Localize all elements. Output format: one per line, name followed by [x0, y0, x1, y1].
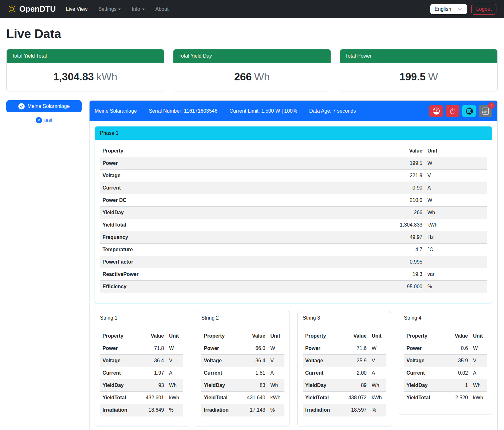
col-unit: Unit — [166, 330, 183, 342]
string-3-card: String 3 Property Value Unit Power71.6WV… — [297, 311, 391, 427]
table-row: Power199.5W — [100, 157, 487, 170]
property-cell: YieldDay — [201, 379, 240, 392]
property-cell: Irradiation — [100, 404, 139, 416]
total-yield-total-card: Total Yield Total 1,304.83kWh — [6, 49, 164, 91]
property-cell: Current — [100, 367, 139, 379]
unit-cell: % — [369, 404, 386, 416]
table-row: YieldTotal1,304.833kWh — [100, 219, 487, 231]
unit-cell: A — [470, 367, 487, 379]
brand-link[interactable]: OpenDTU — [8, 4, 56, 14]
col-value: Value — [341, 330, 369, 342]
property-cell: YieldTotal — [100, 219, 387, 231]
table-row: YieldDay93Wh — [100, 379, 183, 392]
nav-live-view[interactable]: Live View — [66, 6, 87, 12]
inverter-select-button[interactable]: Meine Solaranlage — [6, 100, 82, 112]
property-cell: Current — [303, 367, 341, 379]
card-unit: kWh — [96, 71, 117, 83]
table-row: Temperature4.7°C — [100, 244, 487, 256]
value-cell: 36.4 — [139, 355, 166, 367]
inverter-actions: 2 — [429, 105, 492, 117]
table-row: Frequency49.97Hz — [100, 231, 487, 244]
sun-icon — [8, 5, 16, 13]
value-cell: 221.9 — [387, 170, 425, 182]
value-cell: 93 — [139, 379, 166, 392]
card-title: Total Yield Day — [173, 49, 331, 63]
nav-about[interactable]: About — [155, 6, 169, 12]
property-cell: YieldDay — [100, 379, 139, 392]
nav-info[interactable]: Info — [132, 6, 145, 12]
value-cell: 83 — [240, 379, 268, 392]
phase-table: Property Value Unit Power199.5WVoltage22… — [100, 145, 487, 293]
table-row: Voltage35.9V — [404, 355, 487, 367]
value-cell: 1,304.833 — [387, 219, 425, 231]
cpu-icon — [466, 108, 473, 115]
event-log-button[interactable]: 2 — [479, 105, 492, 117]
inverter-serial: Serial Number: 116171603546 — [149, 108, 217, 114]
table-row: YieldTotal432.601kWh — [100, 392, 183, 404]
value-cell: 71.8 — [139, 342, 166, 355]
property-cell: Voltage — [303, 355, 341, 367]
value-cell: 49.97 — [387, 231, 425, 244]
unit-cell: % — [166, 404, 183, 416]
inverter-sidebar: Meine Solaranlage test — [6, 100, 82, 123]
col-property: Property — [100, 330, 139, 342]
value-cell: 431.640 — [240, 392, 268, 404]
strings-row: String 1 Property Value Unit Power71.8WV… — [95, 311, 492, 427]
property-cell: YieldTotal — [100, 392, 139, 404]
inverter-data-age: Data Age: 7 seconds — [309, 108, 356, 114]
unit-cell: V — [425, 170, 487, 182]
inverter-test-link[interactable]: test — [36, 117, 53, 123]
nav-settings[interactable]: Settings — [98, 6, 121, 12]
property-cell: ReactivePower — [100, 268, 387, 281]
power-icon — [449, 108, 456, 115]
value-cell: 66.0 — [240, 342, 268, 355]
table-row: YieldTotal438.072kWh — [303, 392, 386, 404]
x-circle-icon — [36, 117, 42, 123]
col-value: Value — [240, 330, 268, 342]
value-cell: 18.649 — [139, 404, 166, 416]
unit-cell: kWh — [268, 392, 284, 404]
string-2-table: Property Value Unit Power66.0WVoltage36.… — [201, 330, 284, 416]
logout-button[interactable]: Logout — [471, 4, 496, 15]
table-row: Power0.6W — [404, 342, 487, 355]
unit-cell: V — [369, 355, 386, 367]
value-cell: 432.601 — [139, 392, 166, 404]
unit-cell: V — [166, 355, 183, 367]
value-cell: 0.02 — [443, 367, 470, 379]
col-unit: Unit — [425, 145, 487, 157]
string-title: String 1 — [95, 311, 188, 325]
table-row: Voltage36.4V — [100, 355, 183, 367]
string-1-card: String 1 Property Value Unit Power71.8WV… — [95, 311, 188, 427]
value-cell: 36.4 — [240, 355, 268, 367]
value-cell: 1.97 — [139, 367, 166, 379]
unit-cell: % — [425, 281, 487, 293]
main-content: Live Data Total Yield Total 1,304.83kWh … — [0, 18, 504, 430]
inverter-limit: Current Limit: 1,500 W | 100% — [229, 108, 297, 114]
power-button[interactable] — [446, 105, 459, 117]
unit-cell: °C — [425, 244, 487, 256]
unit-cell: W — [425, 194, 487, 207]
content-row: Meine Solaranlage test Meine Solaranlage… — [6, 100, 498, 430]
device-info-button[interactable] — [462, 105, 476, 117]
check-circle-icon — [18, 103, 25, 109]
phase-card: Phase 1 Property Value Unit Power199.5WV… — [95, 126, 492, 303]
table-header-row: Property Value Unit — [100, 145, 487, 157]
journal-text-icon — [482, 108, 489, 115]
unit-cell: V — [268, 355, 284, 367]
language-select[interactable]: English — [430, 4, 467, 14]
table-row: Irradiation17.143% — [201, 404, 284, 416]
value-cell: 95.000 — [387, 281, 425, 293]
value-cell: 0.995 — [387, 256, 425, 268]
property-cell: Power — [201, 342, 240, 355]
property-cell: Frequency — [100, 231, 387, 244]
col-unit: Unit — [470, 330, 487, 342]
value-cell: 1.81 — [240, 367, 268, 379]
limit-settings-button[interactable] — [429, 105, 443, 117]
table-row: YieldDay83Wh — [201, 379, 284, 392]
unit-cell: Hz — [425, 231, 487, 244]
value-cell: 18.597 — [341, 404, 369, 416]
caret-down-icon — [142, 9, 145, 10]
col-unit: Unit — [268, 330, 284, 342]
string-2-card: String 2 Property Value Unit Power66.0WV… — [196, 311, 289, 427]
value-cell: 4.7 — [387, 244, 425, 256]
